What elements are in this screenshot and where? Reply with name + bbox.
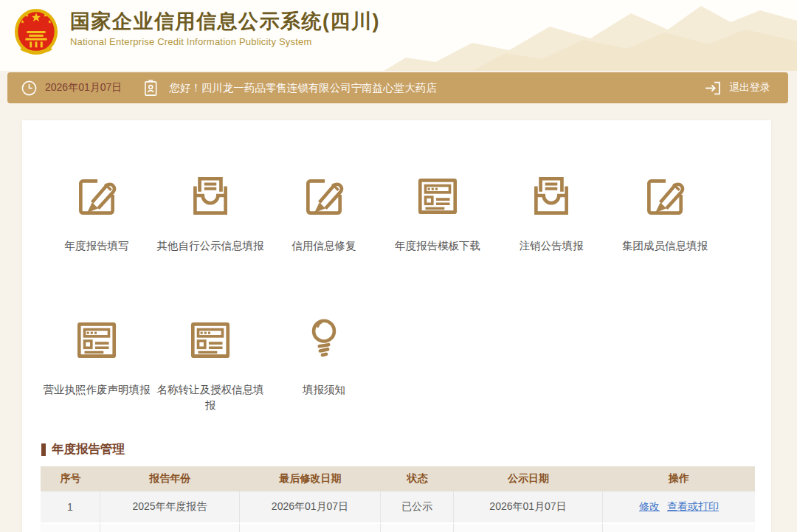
form-window-icon — [413, 172, 462, 221]
quick-action-item[interactable]: 营业执照作废声明填报 — [40, 316, 153, 413]
session-bar: 2026年01月07日 您好！四川龙一药品零售连锁有限公司宁南益心堂大药店 退出… — [7, 72, 788, 103]
logout-icon — [703, 79, 722, 97]
site-subtitle: National Enterprise Credit Information P… — [70, 36, 380, 47]
edit-pencil-icon — [300, 172, 348, 221]
table-cell: 2026年01月07日 — [454, 491, 603, 524]
column-header: 状态 — [381, 466, 454, 491]
table-cell — [603, 524, 755, 532]
quick-action-item[interactable]: 集团成员信息填报 — [608, 172, 722, 254]
table-header-row: 序号报告年份最后修改日期状态公示日期操作 — [41, 466, 755, 491]
table-body: 12025年年度报告2026年01月07日已公示2026年01月07日修改查看或… — [41, 491, 755, 532]
quick-action-item[interactable]: 注销公告填报 — [494, 172, 608, 254]
quick-action-item[interactable]: 信用信息修复 — [267, 172, 381, 254]
column-header: 操作 — [603, 466, 755, 491]
national-emblem-logo — [13, 7, 59, 57]
quick-action-label: 年度报告填写 — [40, 238, 153, 254]
actions-cell: 修改查看或打印 — [603, 491, 755, 524]
great-wall-watermark-image — [384, 0, 797, 71]
table-cell — [100, 524, 240, 532]
annual-report-section: 年度报告管理 序号报告年份最后修改日期状态公示日期操作 12025年年度报告20… — [40, 441, 753, 532]
view-or-print-link[interactable]: 查看或打印 — [667, 500, 719, 514]
quick-actions-grid: 年度报告填写其他自行公示信息填报信用信息修复年度报告模板下载注销公告填报集团成员… — [40, 172, 753, 475]
quick-action-item[interactable]: 年度报告模板下载 — [381, 172, 494, 254]
column-header: 公示日期 — [454, 466, 603, 491]
logout-button[interactable]: 退出登录 — [703, 79, 770, 97]
table-cell — [240, 524, 381, 532]
logout-label: 退出登录 — [729, 81, 770, 94]
table-cell: 已公示 — [381, 491, 454, 524]
inbox-document-icon — [527, 172, 576, 221]
quick-action-label: 集团成员信息填报 — [608, 238, 722, 254]
annual-report-table: 序号报告年份最后修改日期状态公示日期操作 12025年年度报告2026年01月0… — [41, 466, 755, 532]
current-date: 2026年01月07日 — [45, 81, 122, 94]
table-cell: 2026年01月07日 — [240, 491, 381, 524]
quick-action-item[interactable]: 年度报告填写 — [40, 172, 153, 254]
quick-action-label: 注销公告填报 — [494, 238, 608, 254]
table-cell: 1 — [41, 491, 100, 524]
site-header: 国家企业信用信息公示系统(四川) National Enterprise Cre… — [0, 0, 797, 71]
table-row: 12025年年度报告2026年01月07日已公示2026年01月07日修改查看或… — [41, 491, 755, 524]
table-row-partial — [41, 524, 755, 532]
table-cell — [454, 524, 603, 532]
column-header: 报告年份 — [100, 466, 240, 491]
quick-action-label: 营业执照作废声明填报 — [40, 382, 153, 398]
quick-action-label: 信用信息修复 — [267, 238, 381, 254]
section-title: 年度报告管理 — [41, 441, 753, 457]
edit-pencil-icon — [72, 172, 121, 221]
quick-action-label: 其他自行公示信息填报 — [153, 238, 267, 254]
form-window-icon — [72, 316, 121, 365]
table-cell — [381, 524, 454, 532]
table-cell: 2025年年度报告 — [100, 491, 240, 524]
quick-action-item[interactable]: 填报须知 — [267, 316, 381, 413]
id-badge-icon — [142, 79, 159, 97]
table-cell — [41, 524, 100, 532]
column-header: 最后修改日期 — [240, 466, 381, 491]
section-title-marker — [41, 443, 46, 456]
quick-action-label: 填报须知 — [267, 382, 381, 398]
modify-link[interactable]: 修改 — [639, 500, 660, 514]
site-title: 国家企业信用信息公示系统(四川) — [70, 8, 380, 35]
column-header: 序号 — [41, 466, 100, 491]
quick-action-item[interactable]: 其他自行公示信息填报 — [153, 172, 267, 254]
content-card: 年度报告填写其他自行公示信息填报信用信息修复年度报告模板下载注销公告填报集团成员… — [22, 120, 771, 532]
form-window-icon — [186, 316, 235, 365]
user-greeting: 您好！四川龙一药品零售连锁有限公司宁南益心堂大药店 — [169, 81, 437, 95]
clock-icon — [21, 80, 38, 97]
quick-action-label: 年度报告模板下载 — [381, 238, 494, 254]
inbox-document-icon — [186, 172, 235, 221]
quick-action-item[interactable]: 名称转让及授权信息填报 — [153, 316, 267, 413]
quick-action-label: 名称转让及授权信息填报 — [153, 382, 267, 413]
edit-pencil-icon — [641, 172, 689, 221]
lightbulb-icon — [300, 316, 348, 365]
